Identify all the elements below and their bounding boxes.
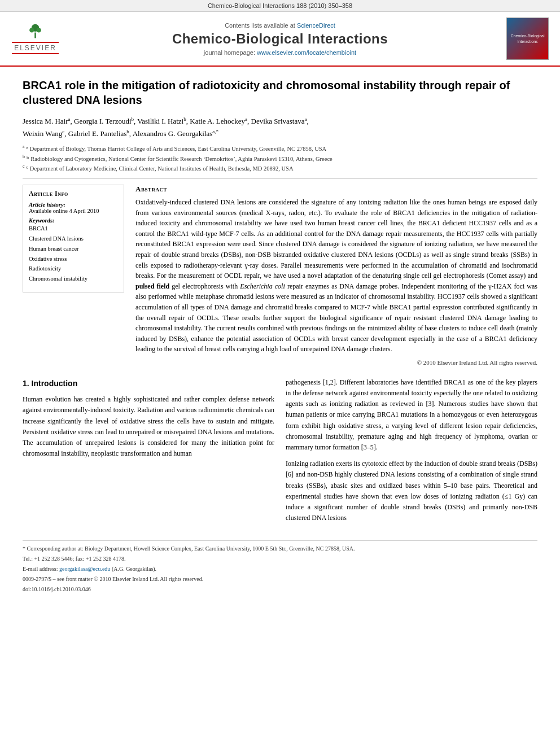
journal-title: Chemico-Biological Interactions [68, 31, 492, 47]
journal-homepage: journal homepage: www.elsevier.com/locat… [68, 49, 492, 56]
abstract-text: Oxidatively-induced clustered DNA lesion… [135, 197, 537, 355]
keywords-section: Keywords: BRCA1 Clustered DNA lesions Hu… [29, 217, 118, 284]
abstract-title: Abstract [135, 185, 537, 194]
journal-cover-image: Chemico-Biological Interactions [506, 18, 549, 60]
body-right-col: pathogenesis [1,2]. Different laboratori… [286, 377, 537, 529]
footnotes: * Corresponding author at: Biology Depar… [23, 540, 537, 593]
keywords-label: Keywords: [29, 217, 118, 224]
intro-paragraph-right-1: pathogenesis [1,2]. Different laboratori… [286, 377, 537, 453]
svg-point-2 [29, 28, 34, 32]
tel-note: Tel.: +1 252 328 5446; fax: +1 252 328 4… [23, 554, 537, 563]
email-label: E-mail address: [23, 566, 58, 572]
author-katie: Katie A. Lehockeya [190, 117, 247, 125]
elsevier-logo-container: ELSEVIER [11, 23, 68, 54]
keyword-radiotoxicity: Radiotoxicity [29, 264, 118, 274]
article-title: BRCA1 role in the mitigation of radiotox… [23, 78, 537, 107]
corresponding-note: * Corresponding author at: Biology Depar… [23, 544, 537, 553]
email-note: E-mail address: georgakilasa@ecu.edu (A.… [23, 565, 537, 573]
homepage-link[interactable]: www.elsevier.com/locate/chembioint [257, 49, 356, 56]
doi-note: doi:10.1016/j.cbi.2010.03.046 [23, 585, 537, 593]
affil-c: c ᶜ Department of Laboratory Medicine, C… [23, 163, 537, 173]
keyword-breast-cancer: Human breast cancer [29, 244, 118, 254]
email-link[interactable]: georgakilasa@ecu.edu [59, 566, 110, 572]
keyword-list: BRCA1 Clustered DNA lesions Human breast… [29, 224, 118, 284]
section1-heading: 1. Introduction [23, 377, 274, 390]
keyword-clustered: Clustered DNA lesions [29, 234, 118, 244]
journal-citation-bar: Chemico-Biological Interactions 188 (201… [0, 0, 560, 12]
journal-title-area: Contents lists available at ScienceDirec… [68, 22, 492, 56]
article-info-column: Article Info Article history: Available … [23, 185, 124, 366]
body-left-col: 1. Introduction Human evolution has crea… [23, 377, 274, 529]
affil-b: b ᵇ Radiobiology and Cytogenetics, Natio… [23, 154, 537, 163]
authors-line: Jessica M. Haira, Georgia I. Terzoudib, … [23, 115, 537, 140]
author-gabriel: Gabriel E. Panteliasb [68, 129, 129, 138]
copyright-line: © 2010 Elsevier Ireland Ltd. All rights … [135, 359, 537, 366]
body-two-col: 1. Introduction Human evolution has crea… [23, 377, 537, 529]
author-alexandros: Alexandros G. Georgakilasa,* [133, 129, 218, 138]
svg-point-3 [37, 28, 41, 32]
article-container: BRCA1 role in the mitigation of radiotox… [0, 67, 560, 606]
svg-rect-0 [34, 33, 36, 38]
body-content: 1. Introduction Human evolution has crea… [23, 377, 537, 529]
article-info-title: Article Info [29, 190, 118, 198]
sciencedirect-text: Contents lists available at ScienceDirec… [68, 22, 492, 29]
elsevier-tree-icon [25, 23, 45, 40]
keyword-chromosomal: Chromosomal instability [29, 274, 118, 284]
intro-paragraph-left: Human evolution has created a highly sop… [23, 394, 274, 459]
email-name: (A.G. Georgakilas). [112, 566, 156, 572]
journal-header: ELSEVIER Contents lists available at Sci… [0, 12, 560, 67]
elsevier-logo: ELSEVIER [11, 23, 59, 54]
author-jessica: Jessica M. Haira [23, 117, 71, 125]
author-devika: Devika Srivastavaa [251, 117, 307, 125]
history-label: Article history: [29, 202, 118, 208]
keyword-brca1: BRCA1 [29, 224, 118, 234]
author-vasiliki: Vasiliki I. Hatzib [137, 117, 186, 125]
abstract-column: Abstract Oxidatively-induced clustered D… [135, 185, 537, 366]
elsevier-text: ELSEVIER [12, 42, 59, 54]
article-info-box: Article Info Article history: Available … [23, 185, 124, 292]
intro-paragraph-right-2: Ionizing radiation exerts its cytotoxic … [286, 458, 537, 523]
available-online: Available online 4 April 2010 [29, 208, 118, 214]
keyword-oxidative: Oxidative stress [29, 254, 118, 264]
affiliations: a ᵃ Department of Biology, Thomas Harrio… [23, 143, 537, 173]
journal-cover-area: Chemico-Biological Interactions [492, 18, 549, 60]
info-abstract-section: Article Info Article history: Available … [23, 185, 537, 366]
sciencedirect-link[interactable]: ScienceDirect [297, 22, 335, 29]
article-history-section: Article history: Available online 4 Apri… [29, 202, 118, 214]
citation-text: Chemico-Biological Interactions 188 (201… [208, 2, 352, 9]
author-weixin: Weixin Wangc [23, 129, 64, 138]
author-georgia: Georgia I. Terzoudib [74, 117, 134, 125]
issn-note: 0009-2797/$ – see front matter © 2010 El… [23, 575, 537, 583]
article-divider [23, 178, 537, 179]
affil-a: a ᵃ Department of Biology, Thomas Harrio… [23, 143, 537, 153]
